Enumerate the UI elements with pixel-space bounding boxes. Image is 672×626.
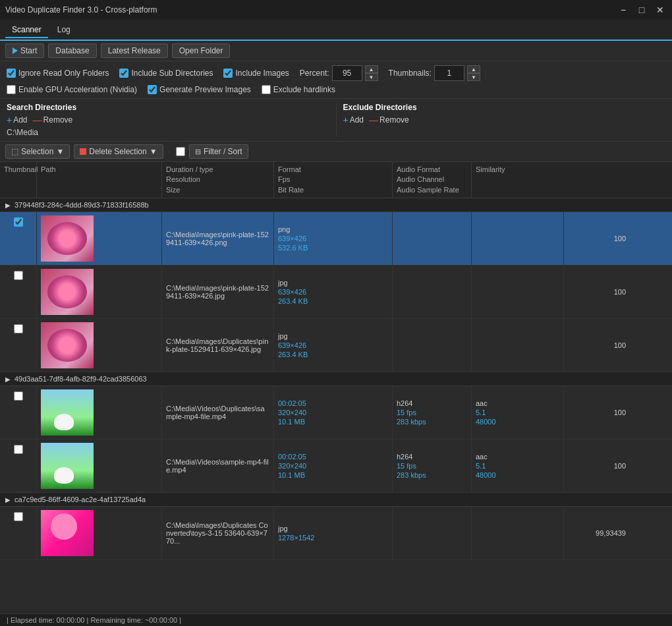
search-dir-remove-button[interactable]: — Remove — [33, 115, 73, 125]
cell-similarity: 100 — [564, 266, 630, 318]
group-arrow-3: ▶ — [5, 496, 11, 503]
exclude-dir-add-button[interactable]: + Add — [343, 115, 364, 125]
selection-button[interactable]: ⬚ Selection ▼ — [5, 144, 70, 159]
percent-control: Percent: ▲ ▼ — [300, 65, 378, 81]
app-title: Video Duplicate Finder 3.0 - Cross-platf… — [5, 5, 157, 14]
cell-checkbox[interactable] — [0, 440, 37, 492]
row-checkbox[interactable] — [14, 217, 23, 227]
table-row: C:\Media\Images\pink-plate-1529411-639×4… — [0, 212, 672, 266]
ignore-readonly-label: Ignore Read Only Folders — [18, 69, 109, 78]
database-button[interactable]: Database — [48, 43, 96, 58]
thumbnails-up-button[interactable]: ▲ — [467, 65, 480, 73]
open-folder-button[interactable]: Open Folder — [172, 43, 231, 58]
close-button[interactable]: ✕ — [654, 3, 667, 16]
generate-preview-option[interactable]: Generate Preview Images — [148, 85, 251, 94]
generate-preview-label: Generate Preview Images — [159, 85, 251, 94]
table-row: C:\Media\Images\Duplicates\pink-plate-15… — [0, 319, 672, 372]
cell-meta: jpg 639×426 263.4 KB — [274, 266, 393, 318]
row-checkbox[interactable] — [14, 512, 23, 521]
start-button[interactable]: Start — [5, 43, 44, 58]
status-text: | Elapsed time: 00:00:00 | Remaining tim… — [7, 616, 181, 624]
tab-scanner[interactable]: Scanner — [5, 22, 48, 38]
cell-checkbox[interactable] — [0, 386, 37, 439]
cell-path: C:\Media\Images\Duplicates\pink-plate-15… — [162, 319, 274, 372]
cell-path: C:\Media\Images\Duplicates Converted\toy… — [162, 507, 274, 559]
search-dir-title: Search Directories — [7, 103, 329, 112]
search-directories-panel: Search Directories + Add — Remove C:\Med… — [7, 103, 337, 137]
group-hash-3: ca7c9ed5-86ff-4609-ac2e-4af13725ad4a — [14, 496, 146, 503]
title-bar: Video Duplicate Finder 3.0 - Cross-platf… — [0, 0, 672, 20]
thumbnail-image — [41, 389, 94, 436]
cell-checkbox[interactable] — [0, 319, 37, 372]
cell-format — [393, 507, 472, 559]
cell-similarity: 100 — [564, 386, 630, 439]
window-controls: − □ ✕ — [617, 3, 667, 16]
cell-similarity: 100 — [564, 440, 630, 492]
cell-meta: 00:02:05 320×240 10.1 MB — [274, 440, 393, 492]
include-images-label: Include Images — [235, 69, 289, 78]
exclude-dir-title: Exclude Directories — [343, 103, 666, 112]
exclude-hardlinks-option[interactable]: Exclude hardlinks — [262, 85, 335, 94]
filter-sort-button[interactable]: ⊟ Filter / Sort — [189, 144, 248, 159]
thumbnail-image — [41, 269, 94, 315]
search-dir-actions: + Add — Remove — [7, 115, 329, 125]
col-similarity: Similarity — [472, 162, 564, 198]
play-icon — [13, 47, 18, 54]
maximize-button[interactable]: □ — [635, 3, 648, 16]
remove-icon: — — [33, 115, 42, 125]
enable-gpu-checkbox[interactable] — [7, 85, 16, 94]
action-bar: ⬚ Selection ▼ Delete Selection ▼ · ⊟ Fil… — [0, 142, 672, 162]
ignore-readonly-checkbox[interactable] — [7, 69, 16, 78]
group-header-3[interactable]: ▶ ca7c9ed5-86ff-4609-ac2e-4af13725ad4a — [0, 493, 672, 507]
cell-meta: 00:02:05 320×240 10.1 MB — [274, 386, 393, 439]
group-header-1[interactable]: ▶ 379448f3-284c-4ddd-89d3-71833f16588b — [0, 198, 672, 212]
include-subdirs-option[interactable]: Include Sub Directories — [119, 69, 213, 78]
exclude-dir-actions: + Add — Remove — [343, 115, 666, 125]
percent-down-button[interactable]: ▼ — [365, 73, 378, 81]
enable-gpu-option[interactable]: Enable GPU Acceleration (Nvidia) — [7, 85, 137, 94]
thumbnails-input[interactable] — [434, 65, 464, 81]
percent-input[interactable] — [332, 65, 362, 81]
ignore-readonly-option[interactable]: Ignore Read Only Folders — [7, 69, 109, 78]
cell-audio — [472, 266, 564, 318]
cell-audio — [472, 507, 564, 559]
percent-label: Percent: — [300, 69, 329, 78]
exclude-dir-add-label: Add — [350, 115, 364, 125]
latest-release-button[interactable]: Latest Release — [101, 43, 168, 58]
thumbnail-image — [41, 443, 94, 489]
generate-preview-checkbox[interactable] — [148, 85, 157, 94]
exclude-dir-remove-button[interactable]: — Remove — [369, 115, 409, 125]
include-images-option[interactable]: Include Images — [223, 69, 289, 78]
cell-path: C:\Media\Videos\Duplicates\sample-mp4-fi… — [162, 386, 274, 439]
percent-up-button[interactable]: ▲ — [365, 65, 378, 73]
thumbnails-control: Thumbnails: ▲ ▼ — [389, 65, 480, 81]
group-hash-1: 379448f3-284c-4ddd-89d3-71833f16588b — [14, 201, 149, 209]
row-checkbox[interactable] — [14, 324, 23, 333]
delete-selection-button[interactable]: Delete Selection ▼ — [74, 144, 163, 159]
minimize-button[interactable]: − — [617, 3, 630, 16]
table-row: C:\Media\Videos\Duplicates\sample-mp4-fi… — [0, 386, 672, 440]
row-checkbox[interactable] — [14, 271, 23, 280]
separator-1: · — [169, 147, 171, 156]
cell-checkbox[interactable] — [0, 507, 37, 559]
cell-checkbox[interactable] — [0, 212, 37, 265]
group-header-2[interactable]: ▶ 49d3aa51-7df8-4afb-82f9-42cad3856063 — [0, 372, 672, 386]
delete-icon — [80, 148, 86, 155]
cell-thumbnail — [37, 266, 162, 318]
search-dir-add-button[interactable]: + Add — [7, 115, 28, 125]
row-checkbox[interactable] — [14, 391, 23, 401]
percent-spinners: ▲ ▼ — [365, 65, 378, 81]
exclude-hardlinks-checkbox[interactable] — [262, 85, 271, 94]
cell-format — [393, 266, 472, 318]
group-arrow-1: ▶ — [5, 202, 11, 209]
cell-checkbox[interactable] — [0, 266, 37, 318]
tab-log[interactable]: Log — [51, 22, 77, 38]
selection-dropdown-icon: ▼ — [56, 147, 64, 156]
cell-meta: png 639×426 532.6 KB — [274, 212, 393, 265]
row-checkbox[interactable] — [14, 445, 23, 454]
include-images-checkbox[interactable] — [223, 69, 233, 78]
include-subdirs-checkbox[interactable] — [119, 69, 128, 78]
thumbnails-down-button[interactable]: ▼ — [467, 73, 480, 81]
cell-thumbnail — [37, 507, 162, 559]
select-all-checkbox[interactable] — [176, 147, 185, 156]
